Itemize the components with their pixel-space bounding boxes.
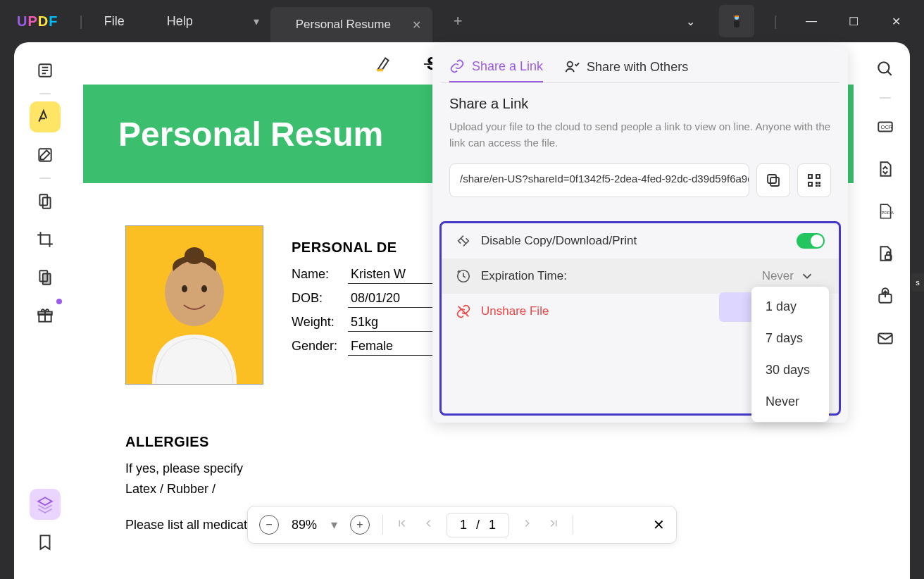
svg-point-13 <box>182 285 187 292</box>
svg-text:PDF/A: PDF/A <box>882 211 894 215</box>
tab-share-link[interactable]: Share a Link <box>449 58 543 82</box>
email-icon[interactable] <box>871 324 899 352</box>
gender-label: Gender: <box>292 339 348 354</box>
reader-tool[interactable] <box>30 55 61 86</box>
dob-label: DOB: <box>292 291 348 306</box>
dob-value: 08/01/20 <box>348 291 432 308</box>
svg-point-15 <box>878 62 889 73</box>
document-tab[interactable]: Personal Resume ✕ <box>270 7 432 42</box>
allergies-question: If yes, please specify <box>125 461 811 476</box>
minimize-button[interactable]: — <box>797 7 825 35</box>
comment-tool[interactable] <box>30 101 61 132</box>
allergies-heading: ALLERGIES <box>125 434 811 450</box>
page-indicator[interactable]: 1 / 1 <box>447 513 509 537</box>
tab-label: Share with Others <box>587 60 688 75</box>
highlight-icon[interactable] <box>370 49 398 77</box>
close-button[interactable]: ✕ <box>882 7 910 35</box>
share-description: Upload your file to the cloud to send pe… <box>449 119 831 151</box>
tab-title: Personal Resume <box>296 18 391 32</box>
weight-value: 51kg <box>348 315 432 332</box>
left-toolbar <box>14 42 76 579</box>
close-controls-button[interactable]: ✕ <box>653 516 665 533</box>
separator <box>39 178 51 179</box>
menu-help[interactable]: Help <box>167 14 193 29</box>
resume-photo <box>125 225 263 385</box>
tab-list-dropdown[interactable]: ▾ <box>242 7 270 35</box>
disable-copy-row: Disable Copy/Download/Print <box>442 223 839 259</box>
first-page-button[interactable] <box>396 517 408 533</box>
chevron-down-icon <box>799 268 815 284</box>
next-page-button[interactable] <box>522 517 535 533</box>
svg-point-12 <box>185 247 204 264</box>
share-options-box: Disable Copy/Download/Print Expiration T… <box>439 221 841 416</box>
svg-rect-29 <box>818 182 820 184</box>
svg-rect-23 <box>770 178 779 186</box>
share-icon[interactable] <box>871 282 899 310</box>
disable-copy-toggle[interactable] <box>797 233 825 249</box>
organize-tool[interactable] <box>30 186 61 217</box>
svg-rect-1 <box>734 20 739 27</box>
expiration-dropdown-trigger[interactable]: Never <box>762 268 825 284</box>
maximize-button[interactable]: ☐ <box>839 7 868 35</box>
zoom-out-button[interactable]: − <box>259 515 279 535</box>
dropdown-item-1day[interactable]: 1 day <box>751 291 829 323</box>
bookmark-tool[interactable] <box>30 527 61 558</box>
svg-rect-8 <box>43 274 51 285</box>
svg-rect-33 <box>817 175 819 178</box>
zoom-in-button[interactable]: + <box>350 515 370 535</box>
separator <box>573 515 573 535</box>
svg-rect-30 <box>816 185 818 187</box>
svg-rect-21 <box>878 334 892 344</box>
qr-code-button[interactable] <box>797 163 831 197</box>
user-avatar[interactable] <box>719 5 754 37</box>
expiration-label: Expiration Time: <box>481 269 567 283</box>
menu-file[interactable]: File <box>104 14 125 29</box>
gift-tool[interactable] <box>30 300 61 331</box>
right-toolbar: OCR PDF/A <box>861 42 910 579</box>
doc-title: Personal Resum <box>118 115 383 154</box>
unshare-label: Unshare File <box>481 304 549 318</box>
svg-text:OCR: OCR <box>881 124 893 130</box>
tab-label: Share a Link <box>472 59 543 74</box>
svg-rect-34 <box>809 183 811 185</box>
pdfa-icon[interactable]: PDF/A <box>871 197 899 225</box>
search-icon[interactable] <box>871 55 899 83</box>
tab-share-others[interactable]: Share with Others <box>564 58 688 82</box>
app-logo: UPDF <box>17 13 58 30</box>
separator <box>382 515 383 535</box>
redact-tool[interactable] <box>30 262 61 293</box>
expiration-value: Never <box>762 269 794 283</box>
layers-tool[interactable] <box>30 489 61 520</box>
zoom-dropdown[interactable]: 89%▾ <box>292 517 337 533</box>
edit-tool[interactable] <box>30 139 61 170</box>
dropdown-item-30days[interactable]: 30 days <box>751 354 829 386</box>
share-heading: Share a Link <box>449 96 831 112</box>
expiration-dropdown: 1 day 7 days 30 days Never <box>751 287 829 422</box>
last-page-button[interactable] <box>547 517 560 533</box>
weight-label: Weight: <box>292 315 348 330</box>
disable-copy-label: Disable Copy/Download/Print <box>481 234 637 248</box>
svg-rect-5 <box>39 194 47 205</box>
new-tab-button[interactable]: + <box>454 12 463 30</box>
svg-rect-32 <box>809 175 811 178</box>
name-value: Kristen W <box>348 267 432 284</box>
prev-page-button[interactable] <box>421 517 434 533</box>
copy-link-button[interactable] <box>756 163 790 197</box>
dropdown-item-7days[interactable]: 7 days <box>751 323 829 354</box>
dropdown-item-never[interactable]: Never <box>751 386 829 418</box>
chevron-down-icon[interactable]: ⌄ <box>677 7 705 35</box>
page-controls: − 89%▾ + 1 / 1 ✕ <box>247 506 677 544</box>
name-label: Name: <box>292 267 348 282</box>
share-panel: Share a Link Share with Others Share a L… <box>432 46 848 423</box>
close-icon[interactable]: ✕ <box>412 18 421 32</box>
separator <box>39 93 51 94</box>
crop-tool[interactable] <box>30 224 61 255</box>
separator: | <box>774 13 778 30</box>
convert-icon[interactable] <box>871 155 899 183</box>
ocr-icon[interactable]: OCR <box>871 113 899 141</box>
panel-tab-flag[interactable]: s <box>911 273 924 292</box>
share-link-field[interactable]: /share/en-US?shareId=0f1342f5-2dea-4fed-… <box>449 163 749 197</box>
protect-icon[interactable] <box>871 239 899 268</box>
svg-rect-28 <box>816 182 818 184</box>
titlebar: UPDF | File Help ▾ Personal Resume ✕ + ⌄… <box>0 0 924 42</box>
